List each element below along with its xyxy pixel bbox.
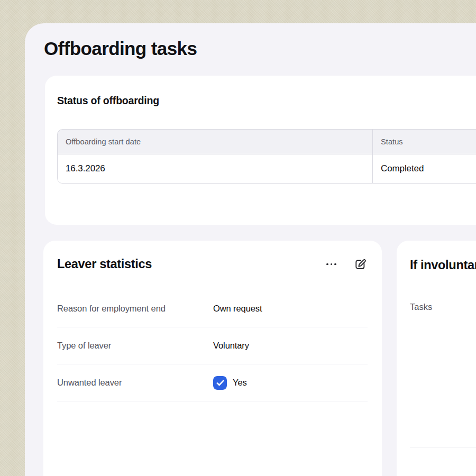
stat-row-unwanted: Unwanted leaver Yes [57, 364, 368, 401]
leaver-statistics-card: Leaver statistics Reason for employment … [43, 241, 382, 476]
stat-value: Own request [213, 304, 262, 314]
edit-button[interactable] [353, 257, 368, 272]
if-involuntary-card: If involuntary Tasks [397, 241, 476, 476]
app-background: { "page": { "title": "Offboarding tasks"… [0, 0, 476, 476]
leaver-card-header: Leaver statistics [57, 257, 368, 272]
stat-value-checkbox-group: Yes [213, 376, 247, 390]
stat-value: Voluntary [213, 341, 249, 351]
tasks-label: Tasks [410, 302, 432, 312]
checkmark-icon [216, 380, 224, 386]
stat-row-reason: Reason for employment end Own request [57, 290, 368, 327]
table-header-row: Offboarding start date Status [58, 130, 476, 154]
leaver-card-title: Leaver statistics [57, 257, 325, 271]
edit-square-icon [354, 258, 367, 271]
unwanted-leaver-checkbox[interactable] [213, 376, 227, 390]
stat-label: Unwanted leaver [57, 378, 213, 388]
more-options-button[interactable] [325, 262, 337, 267]
table-cell-status: Completed [373, 154, 476, 183]
page-title: Offboarding tasks [44, 38, 197, 60]
ellipsis-icon [326, 263, 336, 266]
involuntary-card-title: If involuntary [410, 258, 476, 272]
main-panel: Offboarding tasks Status of offboarding … [25, 23, 476, 476]
table-row: 16.3.2026 Completed [58, 154, 476, 183]
table-header-start-date: Offboarding start date [58, 130, 373, 154]
checkbox-label: Yes [233, 378, 247, 388]
stat-row-type: Type of leaver Voluntary [57, 327, 368, 364]
table-header-status: Status [373, 130, 476, 154]
leaver-stat-rows: Reason for employment end Own request Ty… [57, 290, 368, 401]
stat-label: Reason for employment end [57, 304, 213, 314]
divider [410, 447, 476, 447]
table-cell-start-date: 16.3.2026 [58, 154, 373, 183]
offboarding-status-table: Offboarding start date Status 16.3.2026 … [57, 129, 476, 184]
status-card-title: Status of offboarding [57, 95, 159, 107]
leaver-card-actions [325, 257, 368, 272]
status-of-offboarding-card: Status of offboarding Offboarding start … [45, 76, 476, 225]
stat-label: Type of leaver [57, 341, 213, 351]
